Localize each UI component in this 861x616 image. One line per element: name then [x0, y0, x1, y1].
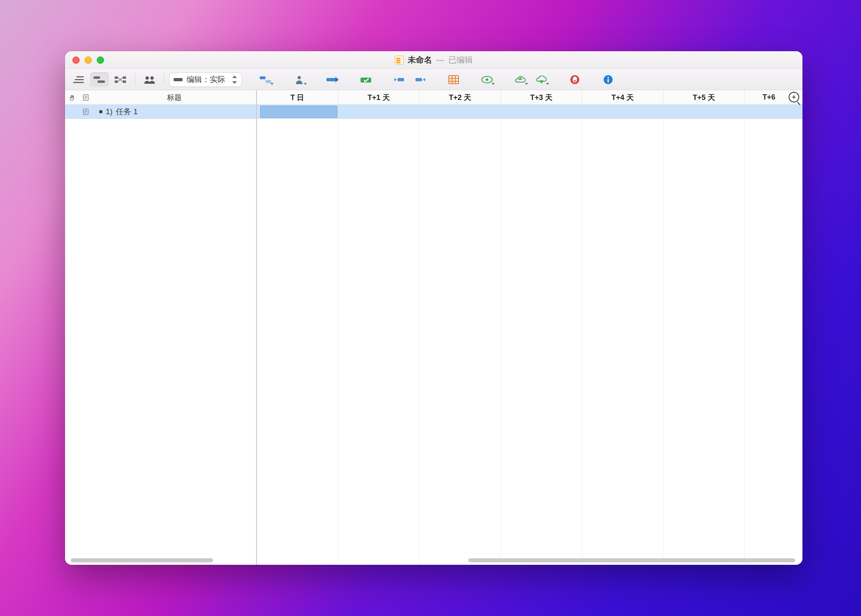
svg-rect-5 [115, 76, 118, 79]
svg-rect-16 [326, 78, 335, 81]
document-icon [395, 56, 404, 65]
toolbar: 编辑：实际 [65, 69, 802, 90]
notes-column-header[interactable] [79, 94, 93, 101]
edit-mode-label: 编辑：实际 [187, 74, 225, 85]
indent-right-icon [415, 76, 426, 83]
calendar-grid-icon [448, 75, 459, 84]
document-status: 已编辑 [448, 54, 473, 65]
person-assign-icon [295, 75, 304, 84]
titlebar: 未命名 — 已编辑 [65, 51, 802, 69]
zoom-window-button[interactable] [97, 56, 104, 64]
inbox-check-icon [360, 76, 372, 83]
gantt-bars-icon [93, 76, 106, 84]
network-nodes-icon [115, 76, 127, 84]
plus-icon: + [792, 93, 796, 101]
edit-mode-dropdown[interactable]: 编辑：实际 [169, 72, 242, 87]
calendar-button[interactable] [444, 72, 463, 87]
svg-point-12 [150, 76, 154, 80]
gantt-pane: T 日 T+1 天 T+2 天 T+3 天 T+4 天 T+5 天 T+6 + [257, 90, 802, 565]
window-controls [72, 56, 104, 64]
add-task-button[interactable] [257, 72, 275, 87]
catch-hand-button[interactable] [565, 72, 584, 87]
svg-rect-14 [265, 80, 271, 83]
hand-stop-icon [570, 75, 580, 85]
gantt-timeline-header: T 日 T+1 天 T+2 天 T+3 天 T+4 天 T+5 天 T+6 + [257, 90, 802, 105]
gantt-view-button[interactable] [90, 72, 109, 87]
close-window-button[interactable] [72, 56, 80, 64]
note-icon [83, 94, 89, 101]
svg-rect-19 [398, 78, 404, 81]
title-separator: — [436, 55, 444, 65]
toolbar-separator [135, 74, 135, 86]
svg-rect-6 [115, 80, 118, 83]
zoom-in-button[interactable]: + [789, 92, 799, 102]
day-header[interactable]: T+6 [745, 90, 794, 104]
milestone-button[interactable] [323, 72, 342, 87]
add-task-icon [260, 76, 272, 84]
svg-rect-4 [98, 80, 105, 83]
svg-rect-8 [123, 80, 126, 83]
svg-point-11 [146, 76, 149, 80]
gantt-task-bar[interactable] [260, 106, 337, 118]
info-icon [603, 75, 613, 85]
day-header[interactable]: T 日 [257, 90, 338, 104]
day-header[interactable]: T+4 天 [582, 90, 663, 104]
note-icon [83, 108, 89, 115]
network-view-button[interactable] [111, 72, 130, 87]
outline-horizontal-scrollbar[interactable] [71, 558, 213, 562]
resources-view-button[interactable] [140, 72, 159, 87]
svg-point-37 [607, 77, 609, 78]
complete-button[interactable] [357, 72, 375, 87]
stepper-arrows-icon [232, 76, 237, 84]
content-area: 标题 1) 任务 1 [65, 90, 802, 565]
violation-column-header[interactable] [65, 94, 79, 101]
edit-bar-icon [174, 78, 183, 81]
people-icon [144, 76, 155, 84]
cloud-upload-icon [514, 76, 526, 84]
baseline-eye-icon [481, 76, 493, 83]
window-title: 未命名 — 已编辑 [65, 54, 802, 65]
svg-point-29 [486, 78, 488, 81]
indent-left-icon [394, 76, 405, 83]
svg-rect-23 [449, 76, 459, 84]
day-header[interactable]: T+1 天 [338, 90, 420, 104]
svg-marker-31 [539, 80, 544, 84]
gantt-body[interactable] [257, 105, 802, 565]
svg-marker-22 [423, 78, 425, 81]
svg-marker-20 [394, 78, 397, 81]
indent-left-button[interactable] [390, 72, 409, 87]
gantt-task-row[interactable] [257, 105, 802, 119]
assign-resource-button[interactable] [290, 72, 309, 87]
svg-rect-3 [93, 76, 100, 79]
outline-lines-icon [73, 76, 84, 84]
svg-marker-17 [335, 77, 339, 82]
indent-right-button[interactable] [411, 72, 430, 87]
app-window: 未命名 — 已编辑 [65, 51, 802, 565]
download-button[interactable] [532, 72, 551, 87]
svg-rect-38 [608, 79, 609, 82]
svg-rect-21 [415, 78, 422, 81]
task-title: 任务 1 [116, 106, 138, 117]
document-name: 未命名 [408, 54, 432, 65]
task-row[interactable]: 1) 任务 1 [65, 105, 256, 119]
task-outline-pane: 标题 1) 任务 1 [65, 90, 257, 565]
minimize-window-button[interactable] [85, 56, 92, 64]
gantt-horizontal-scrollbar[interactable] [468, 558, 795, 562]
inspector-button[interactable] [599, 72, 617, 87]
hand-icon [68, 94, 76, 101]
task-note-cell[interactable] [79, 108, 93, 115]
baseline-button[interactable] [478, 72, 496, 87]
svg-rect-7 [123, 76, 126, 79]
day-header[interactable]: T+3 天 [501, 90, 582, 104]
publish-button[interactable] [511, 72, 530, 87]
outline-header: 标题 [65, 90, 256, 105]
svg-point-15 [298, 76, 301, 79]
title-column-header[interactable]: 标题 [93, 93, 256, 102]
milestone-icon [326, 76, 339, 83]
outline-view-button[interactable] [69, 72, 88, 87]
task-bullet-icon [99, 110, 102, 113]
svg-rect-13 [260, 76, 265, 79]
day-header[interactable]: T+5 天 [663, 90, 745, 104]
toolbar-separator [164, 74, 164, 86]
day-header[interactable]: T+2 天 [420, 90, 501, 104]
